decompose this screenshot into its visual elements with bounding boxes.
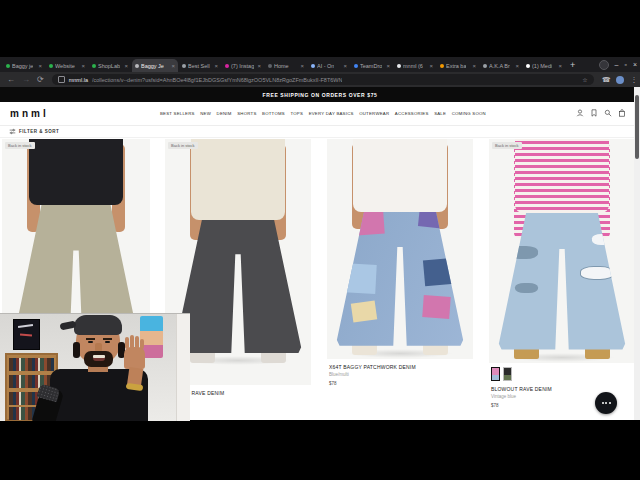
tab-close-icon[interactable]: × (38, 63, 42, 69)
browser-menu-icon[interactable]: ⋮ (630, 76, 637, 84)
forward-button[interactable]: → (22, 76, 30, 84)
tab-favicon (311, 64, 315, 68)
tab-close-icon[interactable]: × (257, 63, 261, 69)
tab-label: Extra ba (446, 63, 466, 69)
tab-label: (7) Instag (231, 63, 254, 69)
browser-tab[interactable]: ShopLab× (89, 59, 131, 72)
account-icon[interactable] (576, 109, 584, 117)
tab-label: Baggy Je (141, 63, 164, 69)
tab-close-icon[interactable]: × (515, 63, 519, 69)
backwards-cap (74, 315, 122, 335)
back-button[interactable]: ← (7, 76, 15, 84)
nav-item-accessories[interactable]: ACCESSORIES (395, 111, 429, 116)
browser-tab[interactable]: (1) Medi× (523, 59, 565, 72)
browser-tab[interactable]: Baggy je× (3, 59, 45, 72)
url-domain: mnml.la (69, 77, 88, 83)
site-logo[interactable]: mnml (10, 108, 49, 119)
nav-item-shorts[interactable]: SHORTS (237, 111, 256, 116)
color-swatches (491, 367, 633, 381)
tab-close-icon[interactable]: × (81, 63, 85, 69)
stock-badge: Back in stock (492, 142, 522, 149)
browser-tab[interactable]: mnml (6× (394, 59, 436, 72)
tab-favicon (397, 64, 401, 68)
nav-item-tops[interactable]: TOPS (290, 111, 303, 116)
site-info-icon[interactable] (58, 76, 65, 83)
window-close-button[interactable]: × (633, 61, 637, 68)
browser-tab[interactable]: TeamDro× (351, 59, 393, 72)
browser-tab[interactable]: A.K.A Br× (480, 59, 522, 72)
window-minimize-button[interactable]: – (615, 61, 619, 68)
bookmark-star-icon[interactable]: ☆ (582, 76, 587, 83)
swatch-option[interactable] (491, 367, 500, 381)
product-name[interactable]: X64T BAGGY PATCHWORK DENIM (329, 364, 471, 370)
model-photo (489, 139, 635, 363)
nav-item-new[interactable]: NEW (200, 111, 211, 116)
scrollbar-thumb[interactable] (635, 95, 639, 159)
tab-close-icon[interactable]: × (124, 63, 128, 69)
tab-favicon (92, 64, 96, 68)
scrollbar[interactable] (634, 87, 640, 420)
browser-tab[interactable]: Best Sell× (179, 59, 221, 72)
browser-tab[interactable]: Website× (46, 59, 88, 72)
tab-label: Home (274, 63, 289, 69)
tab-favicon (225, 64, 229, 68)
tab-close-icon[interactable]: × (558, 63, 562, 69)
cart-bag-icon[interactable] (618, 109, 626, 117)
nav-item-sale[interactable]: SALE (434, 111, 446, 116)
swatch-option[interactable] (503, 367, 512, 381)
tab-label: AI - On (317, 63, 334, 69)
tab-strip: Baggy je× Website× ShopLab× Baggy Je× Be… (0, 57, 640, 72)
tab-label: Website (55, 63, 75, 69)
browser-tab[interactable]: (7) Instag× (222, 59, 264, 72)
filter-sort-bar[interactable]: FILTER & SORT (0, 125, 640, 138)
product-image[interactable]: Back in stock (489, 139, 635, 363)
tab-favicon (49, 64, 53, 68)
tab-close-icon[interactable]: × (386, 63, 390, 69)
tab-close-icon[interactable]: × (343, 63, 347, 69)
browser-tab[interactable]: Home× (265, 59, 307, 72)
tab-label: mnml (6 (403, 63, 423, 69)
tab-close-icon[interactable]: × (429, 63, 433, 69)
nav-item-best-sellers[interactable]: BEST SELLERS (160, 111, 195, 116)
tab-close-icon[interactable]: × (171, 63, 175, 69)
filter-sort-label: FILTER & SORT (19, 129, 59, 134)
nav-item-bottoms[interactable]: BOTTOMS (262, 111, 285, 116)
tab-close-icon[interactable]: × (214, 63, 218, 69)
nav-item-denim[interactable]: DENIM (217, 111, 232, 116)
window-maximize-button[interactable]: ▫ (624, 61, 626, 68)
product-card[interactable]: X64T BAGGY PATCHWORK DENIM Blue/multi $7… (327, 139, 473, 386)
tab-favicon (182, 64, 186, 68)
video-frame: Baggy je× Website× ShopLab× Baggy Je× Be… (0, 0, 640, 480)
nav-item-every-day-basics[interactable]: EVERY DAY BASICS (309, 111, 354, 116)
nav-item-coming-soon[interactable]: COMING SOON (452, 111, 486, 116)
extensions-icon[interactable]: ☎ (602, 76, 611, 84)
chat-widget-button[interactable] (595, 392, 617, 414)
tab-label: TeamDro (360, 63, 382, 69)
nav-item-outerwear[interactable]: OUTERWEAR (359, 111, 389, 116)
tab-label: A.K.A Br (489, 63, 510, 69)
reload-button[interactable]: ⟳ (37, 76, 44, 84)
framed-poster (13, 319, 40, 350)
tab-close-icon[interactable]: × (300, 63, 304, 69)
tab-favicon (440, 64, 444, 68)
site-header: mnml BEST SELLERS NEW DENIM SHORTS BOTTO… (0, 102, 640, 126)
browser-tab[interactable]: Extra ba× (437, 59, 479, 72)
tab-close-icon[interactable]: × (472, 63, 476, 69)
tab-label: Baggy je (12, 63, 33, 69)
search-icon[interactable] (604, 109, 612, 117)
address-bar[interactable]: mnml.la /collections/v--denim?usfsid=Ahn… (52, 74, 594, 85)
wishlist-icon[interactable] (590, 109, 598, 117)
stock-badge: Back in stock (168, 142, 198, 149)
raised-hand (124, 347, 145, 369)
product-image[interactable] (327, 139, 473, 359)
tab-favicon (135, 64, 139, 68)
profile-avatar[interactable] (616, 76, 624, 84)
browser-tab[interactable]: AI - On× (308, 59, 350, 72)
main-nav: BEST SELLERS NEW DENIM SHORTS BOTTOMS TO… (160, 111, 486, 116)
product-name[interactable]: BLOWOUT RAVE DENIM (491, 386, 633, 392)
product-card[interactable]: Back in stock BLOWOUT RAVE DENIM Vintage… (489, 139, 635, 408)
new-tab-button[interactable]: + (570, 59, 575, 72)
tab-search-button[interactable] (599, 60, 609, 70)
browser-tab-active[interactable]: Baggy Je× (132, 59, 178, 72)
browser-toolbar: ← → ⟳ mnml.la /collections/v--denim?usfs… (0, 72, 640, 87)
